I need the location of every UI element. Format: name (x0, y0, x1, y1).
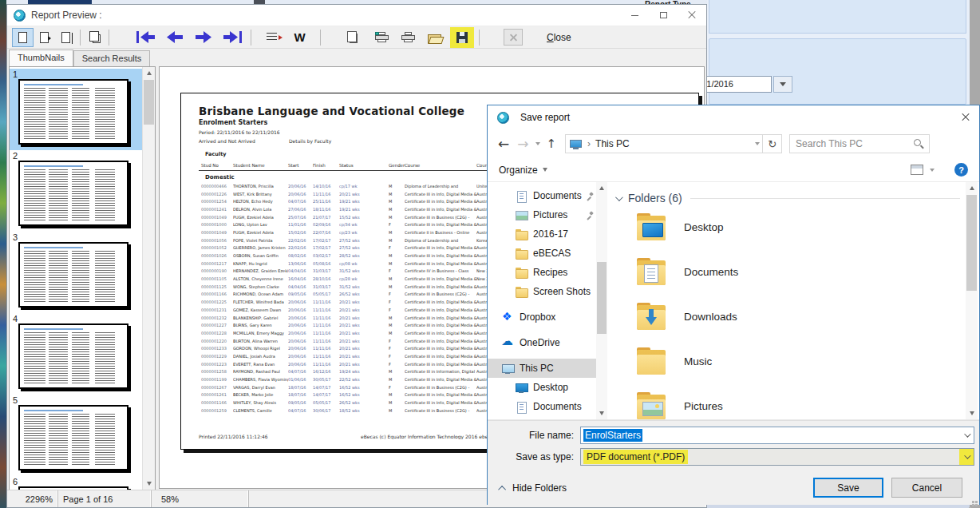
folder-list-scrollbar[interactable] (966, 182, 978, 419)
cell-finish: 11/11/16 (313, 316, 339, 320)
thumbnail-page-image[interactable] (18, 79, 128, 145)
sidebar-scrollbar[interactable] (596, 182, 607, 419)
tab-search-results[interactable]: Search Results (73, 50, 151, 66)
scroll-up-button[interactable] (966, 182, 978, 194)
sidebar-item[interactable]: Dropbox (488, 308, 607, 327)
folder-tile[interactable]: Music (609, 339, 965, 383)
cell-stud-no: 0000001105 (201, 276, 233, 281)
minimize-button[interactable] (620, 5, 649, 26)
thumbnail-page-image[interactable] (18, 161, 128, 226)
up-button[interactable]: ↑ (547, 138, 557, 150)
resize-grip[interactable] (975, 501, 978, 503)
scroll-down-button[interactable] (596, 407, 607, 419)
history-dropdown-icon[interactable] (535, 142, 540, 145)
previous-page-button[interactable] (164, 28, 185, 47)
organize-button[interactable]: Organize (499, 165, 547, 176)
sidebar-item[interactable]: Screen Shots (488, 282, 607, 301)
sidebar-item[interactable]: eBECAS (488, 244, 607, 263)
date-field[interactable]: 11/2016 (698, 76, 792, 93)
cell-student-name: CHAMBERS, Flavia Wyoming (233, 377, 288, 382)
tab-thumbnails[interactable]: ThumbNails (9, 50, 73, 66)
scroll-up-button[interactable] (596, 182, 607, 194)
date-value[interactable]: 11/2016 (698, 76, 772, 93)
thumbnail-item[interactable]: 4 (10, 313, 142, 395)
thumbnail-page-number: 3 (13, 232, 142, 242)
folder-tile[interactable]: Pictures (609, 383, 965, 419)
sidebar-item[interactable]: Pictures (488, 205, 607, 224)
save-button[interactable]: Save (813, 478, 883, 498)
open-report-button[interactable] (424, 28, 445, 47)
thumbnail-page-image[interactable] (18, 242, 128, 308)
thumbnail-scrollbar[interactable] (142, 67, 155, 490)
sidebar-item[interactable]: Documents (488, 186, 607, 205)
first-page-button[interactable] (135, 28, 156, 47)
close-preview-button[interactable]: Close (547, 32, 571, 43)
folder-tile[interactable]: Desktop (609, 204, 965, 249)
folder-icon (634, 258, 668, 285)
maximize-button[interactable] (649, 5, 678, 26)
cell-gender: F (389, 385, 405, 390)
report-list-button[interactable] (261, 28, 283, 47)
cell-stud-no: 0000001052 (201, 245, 233, 250)
print-setup-button[interactable] (371, 28, 393, 47)
view-dropdown-icon[interactable] (930, 169, 935, 172)
folders-group-header[interactable]: Folders (6) (615, 192, 960, 204)
folder-tile[interactable]: Downloads (609, 294, 965, 339)
address-bar[interactable]: › This PC (565, 134, 763, 153)
scroll-up-button[interactable] (143, 67, 155, 79)
save-as-type-value[interactable]: PDF document (*.PDF) (583, 450, 688, 464)
sidebar-item[interactable]: 2016-17 (488, 224, 607, 244)
thumbnail-item[interactable]: 1 (10, 69, 142, 150)
search-input[interactable] (790, 138, 912, 149)
address-dropdown-icon[interactable] (755, 142, 760, 145)
hide-folders-label: Hide Folders (512, 482, 567, 494)
thumbnail-item[interactable]: 2 (10, 150, 142, 232)
sidebar-item[interactable]: Documents (488, 397, 607, 416)
whole-page-button[interactable] (12, 28, 34, 47)
help-button[interactable]: ? (954, 163, 968, 177)
cell-gender: M (389, 369, 405, 374)
save-as-type-dropdown[interactable] (959, 449, 974, 465)
scrollbar-thumb[interactable] (597, 262, 607, 334)
scroll-down-button[interactable] (966, 407, 978, 419)
watermark-button[interactable]: W (289, 28, 310, 47)
save-as-type-combobox[interactable]: PDF document (*.PDF) (580, 448, 974, 466)
page-width-button[interactable] (34, 28, 55, 47)
sidebar-item[interactable]: OneDrive (488, 333, 607, 352)
file-name-value[interactable]: EnrolStarters (583, 429, 642, 442)
refresh-button[interactable]: ↻ (763, 134, 782, 153)
save-report-button[interactable] (450, 27, 474, 48)
thumbnail-item[interactable]: 5 (10, 395, 142, 476)
breadcrumb-path[interactable]: This PC (595, 138, 630, 149)
last-page-button[interactable] (221, 28, 243, 47)
thumbnail-item[interactable]: 3 (10, 232, 142, 313)
sidebar-item[interactable]: Desktop (488, 378, 607, 397)
file-name-dropdown[interactable] (959, 427, 974, 443)
sidebar-item[interactable]: Recipes (488, 263, 607, 282)
scrollbar-thumb[interactable] (966, 195, 977, 291)
sidebar-item[interactable]: This PC (488, 359, 607, 378)
file-name-combobox[interactable]: EnrolStarters (580, 427, 974, 444)
hide-folders-button[interactable]: Hide Folders (500, 482, 567, 494)
cell-student-name: WEST, Kirk Brittany (233, 192, 288, 196)
folder-tile[interactable]: Documents (609, 249, 965, 294)
cancel-button[interactable]: Cancel (891, 478, 962, 498)
thumbnail-page-image[interactable] (18, 405, 128, 470)
cell-stud-no: 0000001241 (201, 207, 233, 212)
thumbnail-item[interactable]: 6 (10, 476, 142, 490)
print-button[interactable] (397, 28, 419, 47)
copy-pages-button[interactable] (342, 28, 363, 47)
date-dropdown-button[interactable] (773, 76, 792, 93)
view-options-icon[interactable] (911, 165, 923, 175)
back-button[interactable]: ← (498, 137, 509, 151)
search-box[interactable] (789, 134, 930, 153)
dialog-close-button[interactable] (952, 105, 979, 129)
next-page-button[interactable] (192, 28, 214, 47)
close-window-button[interactable] (678, 5, 706, 26)
scroll-down-button[interactable] (143, 478, 155, 490)
multi-page-button[interactable] (84, 28, 105, 47)
scrollbar-thumb[interactable] (144, 80, 154, 125)
cell-status: 16/52 wks (339, 392, 389, 397)
full-size-button[interactable] (55, 28, 77, 47)
thumbnail-page-image[interactable] (18, 323, 128, 389)
